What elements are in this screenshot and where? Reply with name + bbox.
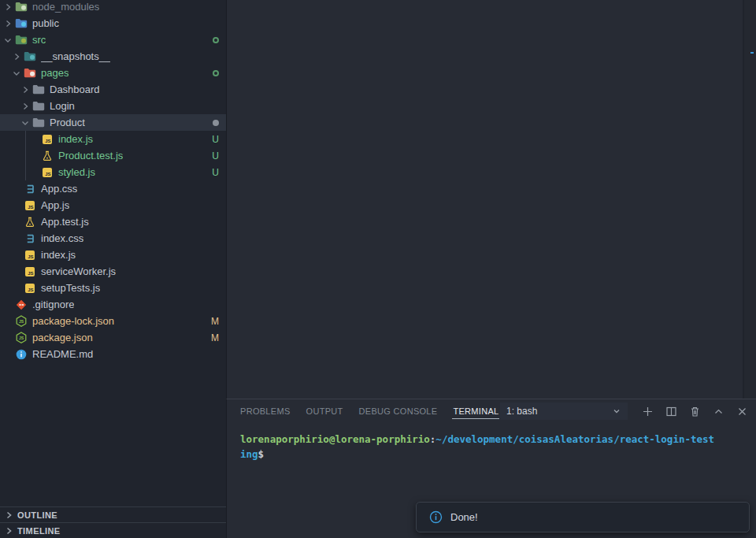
tree-item-label: Dashboard (50, 83, 100, 95)
tree-item-node-modules[interactable]: node_modules (0, 0, 226, 15)
git-status-badge: U (212, 167, 219, 178)
tree-item-app-js[interactable]: JSApp.js (0, 197, 226, 213)
tab-terminal[interactable]: TERMINAL (453, 399, 498, 423)
chevron-right-icon (2, 19, 14, 28)
tree-item-label: serviceWorker.js (41, 265, 116, 277)
folder-icon (14, 2, 28, 12)
overview-ruler[interactable] (744, 0, 756, 399)
panel-header: PROBLEMS OUTPUT DEBUG CONSOLE TERMINAL 1… (227, 399, 756, 423)
chevron-right-icon (2, 2, 14, 12)
chevron-right-icon (10, 52, 23, 61)
tree-item-setuptests-js[interactable]: JSsetupTests.js (0, 280, 226, 296)
npm-file-icon: JS (14, 332, 28, 343)
tree-item-src[interactable]: src (0, 32, 226, 48)
notification-message: Done! (450, 511, 478, 523)
git-status-badge: M (211, 316, 219, 327)
tree-item-index-css[interactable]: index.css (0, 230, 226, 247)
tree-item-label: README.md (32, 348, 93, 360)
tab-problems[interactable]: PROBLEMS (240, 399, 291, 423)
tree-item-label: node_modules (32, 1, 99, 13)
editor-region (226, 0, 756, 399)
tree-item-product-test-js[interactable]: Product.test.jsU (0, 147, 226, 164)
tree-item-label: App.js (41, 199, 69, 211)
folder-icon (32, 117, 45, 128)
tree-item-package-json[interactable]: JSpackage.jsonM (0, 329, 226, 346)
terminal-line: lorenaporphirio@lorena-porphirio:~/devel… (240, 432, 740, 447)
tree-item-label: pages (41, 67, 69, 79)
tab-debug-console[interactable]: DEBUG CONSOLE (359, 399, 438, 423)
test-file-icon (40, 150, 54, 161)
tree-item-public[interactable]: public (0, 15, 226, 32)
folder-icon (32, 101, 45, 111)
info-file-icon (14, 349, 28, 360)
tab-output[interactable]: OUTPUT (306, 399, 343, 423)
git-status-badge: M (211, 332, 219, 343)
css-file-icon (23, 233, 36, 244)
tree-item-readme-md[interactable]: README.md (0, 346, 226, 362)
tree-item-pages[interactable]: pages (0, 65, 226, 81)
git-file-icon (14, 299, 28, 310)
info-icon (429, 510, 443, 524)
chevron-down-icon (19, 118, 32, 128)
tree-item-label: public (32, 17, 59, 29)
indent-guide (25, 131, 26, 180)
tree-item-label: App.test.js (41, 216, 89, 228)
notification-toast: Done! (416, 502, 750, 532)
folder-icon (23, 68, 36, 78)
tree-item-label: index.css (41, 232, 83, 244)
panel-actions (640, 403, 750, 420)
tree-item-label: Product.test.js (58, 150, 123, 161)
tree-item-label: __snapshots__ (41, 50, 110, 62)
terminal-prompt-path-wrap: ing (240, 448, 258, 460)
tree-item-app-css[interactable]: App.css (0, 180, 226, 197)
tree-item-login[interactable]: Login (0, 98, 226, 114)
file-tree: node_modulespublicsrc__snapshots__pagesD… (0, 0, 226, 362)
folder-icon (14, 18, 28, 28)
git-status-badge: U (212, 150, 219, 161)
timeline-section-label: TIMELINE (17, 526, 61, 536)
terminal-prompt-symbol: $ (258, 448, 265, 460)
explorer-sidebar: node_modulespublicsrc__snapshots__pagesD… (0, 0, 226, 538)
js-file-icon: JS (23, 284, 36, 293)
tree-item-index-js[interactable]: JSindex.jsU (0, 131, 226, 147)
timeline-section-header[interactable]: TIMELINE (0, 522, 226, 538)
chevron-right-icon (4, 510, 13, 520)
tree-item-snapshots[interactable]: __snapshots__ (0, 48, 226, 65)
chevron-right-icon (19, 85, 32, 95)
folder-icon (14, 35, 28, 45)
chevron-right-icon (4, 526, 13, 536)
tree-item-label: package.json (32, 332, 93, 343)
npm-file-icon: JS (14, 315, 28, 327)
tree-item-label: styled.js (58, 166, 95, 178)
terminal-instance-select[interactable]: 1: bash (500, 403, 628, 420)
overview-ruler-decoration (750, 52, 754, 54)
modified-indicator-dot (213, 120, 219, 126)
tree-item-product[interactable]: Product (0, 114, 226, 131)
tree-item-dashboard[interactable]: Dashboard (0, 81, 226, 98)
terminal-content[interactable]: lorenaporphirio@lorena-porphirio:~/devel… (240, 432, 740, 462)
tree-item-index-js[interactable]: JSindex.js (0, 247, 226, 263)
css-file-icon (23, 184, 36, 195)
git-status-badge: U (212, 134, 219, 145)
chevron-down-icon (10, 69, 23, 78)
js-file-icon: JS (40, 135, 54, 144)
sidebar-bottom-sections: OUTLINE TIMELINE (0, 506, 226, 538)
split-terminal-icon[interactable] (664, 404, 679, 419)
tree-item-gitignore[interactable]: .gitignore (0, 296, 226, 313)
tree-item-app-test-js[interactable]: App.test.js (0, 213, 226, 230)
tree-item-label: index.js (58, 133, 93, 145)
tree-item-styled-js[interactable]: JSstyled.jsU (0, 164, 226, 180)
tree-item-serviceworker-js[interactable]: JSserviceWorker.js (0, 263, 226, 280)
outline-section-header[interactable]: OUTLINE (0, 506, 226, 522)
js-file-icon: JS (23, 250, 36, 260)
terminal-instance-label: 1: bash (506, 406, 537, 417)
chevron-down-icon (612, 406, 621, 416)
js-file-icon: JS (40, 168, 54, 177)
tree-item-package-lock-json[interactable]: JSpackage-lock.jsonM (0, 313, 226, 329)
chevron-right-icon (19, 102, 32, 111)
new-terminal-icon[interactable] (640, 404, 655, 419)
close-panel-icon[interactable] (735, 404, 750, 419)
kill-terminal-icon[interactable] (687, 404, 702, 419)
maximize-panel-icon[interactable] (711, 404, 726, 419)
svg-text:JS: JS (18, 319, 24, 324)
